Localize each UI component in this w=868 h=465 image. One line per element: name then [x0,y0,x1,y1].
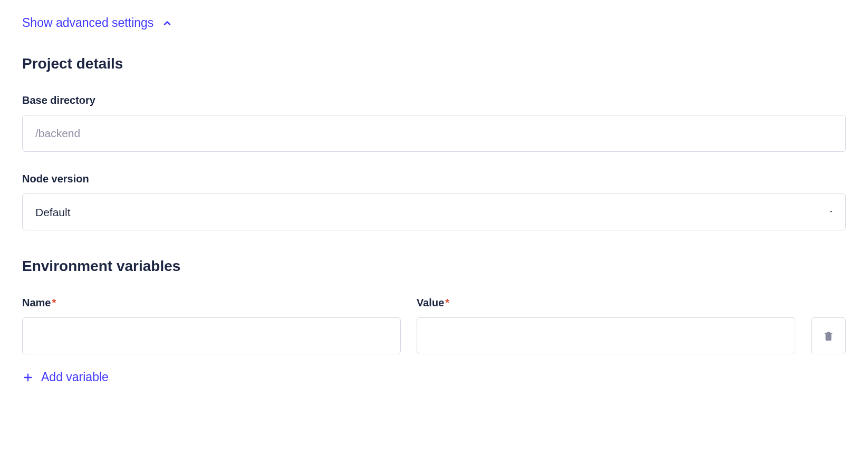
node-version-label: Node version [22,173,846,185]
env-value-label: Value* [417,297,795,309]
add-variable-label: Add variable [41,370,109,384]
plus-icon [22,372,34,383]
add-variable-button[interactable]: Add variable [22,370,109,384]
base-directory-field: Base directory [22,94,846,152]
node-version-select[interactable]: Default [22,193,846,230]
env-var-row: Name* Value* [22,297,846,354]
required-indicator: * [445,297,449,308]
env-name-label: Name* [22,297,401,309]
environment-variables-section: Environment variables Name* Value* Add v… [22,258,846,385]
node-version-field: Node version Default [22,173,846,230]
required-indicator: * [52,297,56,308]
project-details-heading: Project details [22,55,846,72]
base-directory-input[interactable] [22,115,846,152]
env-name-input[interactable] [22,317,401,354]
advanced-toggle-label: Show advanced settings [22,16,153,30]
base-directory-label: Base directory [22,94,846,106]
delete-variable-button[interactable] [811,317,846,354]
trash-icon [823,330,834,342]
chevron-up-icon [162,18,172,28]
env-value-input[interactable] [417,317,795,354]
env-name-column: Name* [22,297,401,354]
environment-variables-heading: Environment variables [22,258,846,275]
env-value-column: Value* [417,297,795,354]
show-advanced-settings-toggle[interactable]: Show advanced settings [22,16,172,30]
